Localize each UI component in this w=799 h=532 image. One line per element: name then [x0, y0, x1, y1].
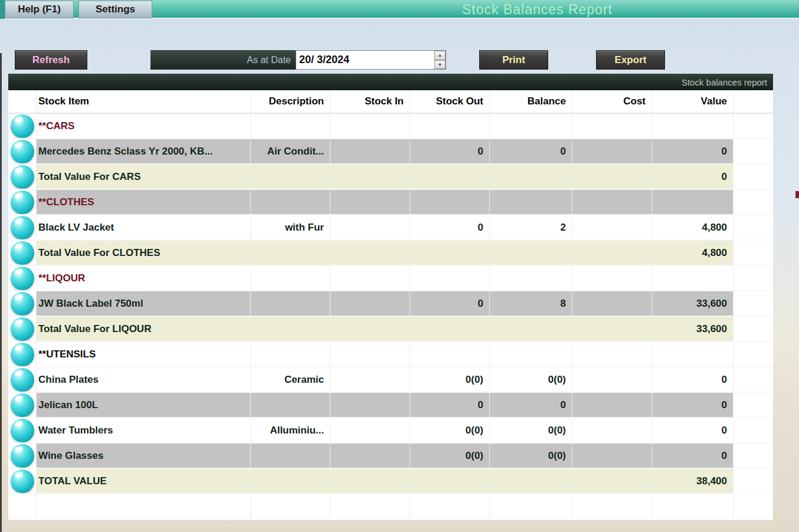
table-row[interactable]: Total Value For LIQOUR33,600 — [8, 317, 773, 342]
sphere-icon[interactable] — [11, 114, 34, 138]
table-row[interactable]: Water TumblersAlluminiu...0(0)0(0)0 — [8, 418, 773, 444]
description-cell — [251, 241, 330, 265]
table-row[interactable]: JW Black Label 750ml0833,600 — [8, 291, 773, 317]
row-icon-cell — [8, 165, 37, 189]
stock-out-cell — [410, 342, 490, 366]
row-icon-cell — [8, 241, 37, 265]
table-row[interactable]: **LIQOUR — [8, 266, 773, 291]
row-icon-cell — [8, 418, 37, 442]
row-extra-cell — [733, 367, 773, 392]
sphere-icon[interactable] — [11, 343, 34, 366]
export-button[interactable]: Export — [596, 50, 665, 70]
row-icon-cell — [8, 317, 37, 341]
stock-out-cell: 0 — [410, 291, 490, 316]
value-cell: 0 — [652, 418, 733, 442]
stock-in-cell — [330, 418, 410, 442]
stock-out-cell: 0(0) — [410, 444, 490, 468]
stock-in-cell — [330, 367, 410, 392]
description-cell — [251, 165, 330, 189]
table-row[interactable]: Wine Glasses0(0)0(0)0 — [8, 444, 773, 469]
cost-cell — [572, 444, 652, 468]
settings-button[interactable]: Settings — [78, 1, 152, 18]
sphere-icon[interactable] — [11, 419, 34, 442]
description-cell: Air Condit... — [251, 139, 330, 163]
row-icon-cell — [8, 444, 37, 468]
sphere-icon[interactable] — [11, 292, 34, 316]
row-icon-cell — [8, 266, 37, 290]
sphere-icon[interactable] — [11, 241, 34, 265]
row-extra-cell — [733, 139, 773, 163]
header-stock-in[interactable]: Stock In — [330, 90, 410, 113]
sphere-icon[interactable] — [11, 393, 34, 417]
refresh-button[interactable]: Refresh — [15, 50, 87, 70]
stock-item-cell — [37, 494, 251, 519]
table-row[interactable]: TOTAL VALUE38,400 — [8, 469, 773, 494]
row-extra-cell — [733, 444, 773, 468]
as-at-date-input[interactable]: 20/ 3/2024 ▲ ▼ — [296, 50, 446, 70]
header-balance[interactable]: Balance — [490, 90, 572, 113]
table-row[interactable]: Jelican 100L000 — [8, 393, 773, 418]
sphere-icon[interactable] — [11, 317, 34, 341]
stock-in-cell — [330, 114, 410, 138]
header-cost[interactable]: Cost — [572, 90, 652, 113]
cost-cell — [572, 114, 652, 138]
stock-out-cell — [410, 317, 490, 341]
table-row[interactable]: Total Value For CLOTHES4,800 — [8, 241, 773, 266]
stock-item-cell: **CLOTHES — [37, 190, 251, 214]
description-cell — [251, 266, 330, 290]
cost-cell — [572, 418, 652, 442]
help-button[interactable]: Help (F1) — [5, 1, 74, 18]
header-description[interactable]: Description — [251, 90, 330, 113]
sphere-icon[interactable] — [11, 216, 34, 239]
header-stock-out[interactable]: Stock Out — [410, 90, 490, 113]
cost-cell — [572, 190, 652, 214]
table-row — [8, 494, 773, 520]
balance-cell — [490, 241, 572, 265]
row-icon-cell — [8, 291, 37, 316]
stock-in-cell — [330, 165, 410, 189]
date-spinner[interactable]: ▲ ▼ — [434, 51, 446, 69]
sphere-icon[interactable] — [11, 368, 34, 392]
row-extra-cell — [733, 418, 773, 442]
table-row[interactable]: **UTENSILS — [8, 342, 773, 367]
description-cell — [251, 444, 330, 468]
chevron-down-icon[interactable]: ▼ — [434, 60, 446, 70]
sphere-icon[interactable] — [11, 140, 34, 163]
stock-in-cell — [330, 469, 410, 493]
row-icon-cell — [8, 393, 37, 417]
balance-cell — [490, 317, 572, 341]
date-value[interactable]: 20/ 3/2024 — [296, 54, 434, 66]
stock-out-cell — [410, 241, 490, 265]
table-row[interactable]: **CARS — [8, 114, 773, 139]
cost-cell — [572, 139, 652, 163]
chevron-up-icon[interactable]: ▲ — [434, 51, 446, 60]
header-stock-item[interactable]: Stock Item — [37, 90, 251, 113]
table-row[interactable]: Total Value For CARS0 — [8, 165, 773, 190]
sphere-icon[interactable] — [11, 165, 34, 189]
header-value[interactable]: Value — [652, 90, 733, 113]
row-extra-cell — [733, 291, 773, 316]
value-cell: 38,400 — [652, 469, 733, 493]
table-row[interactable]: **CLOTHES — [8, 190, 773, 215]
stock-item-cell: TOTAL VALUE — [37, 469, 251, 493]
table-row[interactable]: Mercedes Benz Sclass Yr 2000, KB...Air C… — [8, 139, 773, 165]
row-icon-cell — [8, 367, 37, 392]
table-row[interactable]: Black LV Jacketwith Fur024,800 — [8, 215, 773, 241]
stock-in-cell — [330, 215, 410, 239]
table-row[interactable]: China PlatesCeramic0(0)0(0)0 — [8, 367, 773, 393]
cost-cell — [572, 494, 652, 519]
print-button[interactable]: Print — [479, 50, 548, 70]
stock-out-cell: 0 — [410, 139, 490, 163]
sphere-icon[interactable] — [11, 469, 34, 493]
as-at-date-label: As at Date — [150, 50, 296, 70]
balance-cell: 0 — [490, 139, 572, 163]
cost-cell — [572, 367, 652, 392]
stock-out-cell — [410, 190, 490, 214]
row-extra-cell — [733, 469, 773, 493]
sphere-icon[interactable] — [11, 191, 34, 214]
value-cell — [652, 342, 733, 366]
sphere-icon[interactable] — [11, 267, 34, 290]
right-edge-mark — [795, 191, 799, 198]
description-cell: Alluminiu... — [251, 418, 330, 442]
sphere-icon[interactable] — [11, 444, 34, 468]
